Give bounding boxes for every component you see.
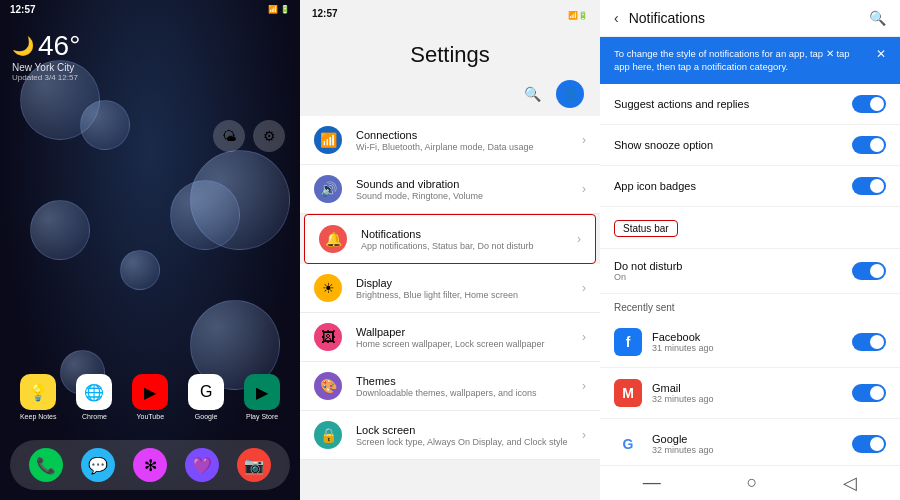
settings-signal-icon: 📶🔋 [568, 11, 588, 20]
settings-item-text: Display Brightness, Blue light filter, H… [356, 277, 568, 300]
settings-status-icons: 📶🔋 [568, 4, 588, 22]
notifications-banner: To change the style of notifications for… [600, 37, 900, 84]
settings-item-text: Wallpaper Home screen wallpaper, Lock sc… [356, 326, 568, 349]
dock-app-icon[interactable]: 💜 [185, 448, 219, 482]
settings-quick-icon[interactable]: ⚙ [253, 120, 285, 152]
bubble-decor [30, 200, 90, 260]
app-notification-row[interactable]: f Facebook 31 minutes ago [600, 317, 900, 368]
settings-item-icon: 🔔 [319, 225, 347, 253]
settings-item[interactable]: 📶 Connections Wi-Fi, Bluetooth, Airplane… [300, 116, 600, 165]
app-notification-row[interactable]: G Google 32 minutes ago [600, 419, 900, 465]
app-toggle[interactable] [852, 435, 886, 453]
app-time: 32 minutes ago [652, 445, 842, 455]
updated-time: Updated 3/4 12:57 [12, 73, 80, 82]
settings-item[interactable]: 🔔 Notifications App notifications, Statu… [304, 214, 596, 264]
settings-item-title: Themes [356, 375, 568, 387]
settings-item-title: Connections [356, 129, 568, 141]
notification-setting-row[interactable]: App icon badges [600, 166, 900, 207]
recently-sent-label: Recently sent [600, 294, 900, 317]
app-icon: 🌐 [76, 374, 112, 410]
home-app-item[interactable]: ▶ YouTube [132, 374, 168, 420]
app-label: Play Store [246, 413, 278, 420]
notif-row-title: Suggest actions and replies [614, 98, 842, 110]
settings-item-chevron: › [582, 133, 586, 147]
settings-item[interactable]: ☀ Display Brightness, Blue light filter,… [300, 264, 600, 313]
settings-item[interactable]: 🖼 Wallpaper Home screen wallpaper, Lock … [300, 313, 600, 362]
notifications-screen: ‹ Notifications 🔍 To change the style of… [600, 0, 900, 500]
settings-item-sub: Downloadable themes, wallpapers, and ico… [356, 388, 568, 398]
settings-search-icon[interactable]: 🔍 [518, 80, 546, 108]
home-dock: 📞💬✻💜📷 [10, 440, 290, 490]
notif-row-title: Do not disturb [614, 260, 842, 272]
app-time: 31 minutes ago [652, 343, 842, 353]
weather-app-icon[interactable]: 🌤 [213, 120, 245, 152]
toggle-switch[interactable] [852, 262, 886, 280]
status-bar-badge[interactable]: Status bar [614, 220, 678, 237]
home-status-bar: 12:57 📶 🔋 [0, 0, 300, 19]
settings-item-icon: 🖼 [314, 323, 342, 351]
app-label: Keep Notes [20, 413, 57, 420]
settings-item-icon: ☀ [314, 274, 342, 302]
app-icon: G [614, 430, 642, 458]
settings-item[interactable]: 🔊 Sounds and vibration Sound mode, Ringt… [300, 165, 600, 214]
settings-item-text: Themes Downloadable themes, wallpapers, … [356, 375, 568, 398]
settings-item-title: Sounds and vibration [356, 178, 568, 190]
app-name: Gmail [652, 382, 842, 394]
settings-item-icon: 🎨 [314, 372, 342, 400]
settings-item[interactable]: 🔒 Lock screen Screen lock type, Always O… [300, 411, 600, 460]
nav-button[interactable]: ◁ [843, 472, 857, 494]
notif-row-label: Do not disturb On [614, 260, 842, 282]
app-icon: f [614, 328, 642, 356]
notifications-title: Notifications [629, 10, 859, 26]
app-notification-row[interactable]: M Gmail 32 minutes ago [600, 368, 900, 419]
app-toggle[interactable] [852, 333, 886, 351]
nav-button[interactable]: — [643, 472, 661, 494]
top-right-icons: 🌤 ⚙ [213, 120, 285, 152]
settings-status-bar: 12:57 📶🔋 [300, 0, 600, 26]
toggle-switch[interactable] [852, 177, 886, 195]
settings-item-sub: App notifications, Status bar, Do not di… [361, 241, 563, 251]
settings-item-sub: Sound mode, Ringtone, Volume [356, 191, 568, 201]
home-app-item[interactable]: ▶ Play Store [244, 374, 280, 420]
temperature: 46° [38, 30, 80, 62]
home-app-item[interactable]: G Google [188, 374, 224, 420]
nav-button[interactable]: ○ [747, 472, 758, 494]
settings-item[interactable]: 🎨 Themes Downloadable themes, wallpapers… [300, 362, 600, 411]
settings-item-title: Notifications [361, 228, 563, 240]
dock-app-icon[interactable]: ✻ [133, 448, 167, 482]
back-button[interactable]: ‹ [614, 10, 619, 26]
settings-item-chevron: › [577, 232, 581, 246]
toggle-switch[interactable] [852, 95, 886, 113]
dock-app-icon[interactable]: 📷 [237, 448, 271, 482]
settings-item-text: Sounds and vibration Sound mode, Rington… [356, 178, 568, 201]
notif-row-title: Show snooze option [614, 139, 842, 151]
app-name: Facebook [652, 331, 842, 343]
notif-row-title: App icon badges [614, 180, 842, 192]
settings-item-text: Lock screen Screen lock type, Always On … [356, 424, 568, 447]
settings-user-icon[interactable]: 👤 [556, 80, 584, 108]
notifications-section: Suggest actions and replies Show snooze … [600, 84, 900, 465]
app-toggle[interactable] [852, 384, 886, 402]
status-bar-label: Status bar [614, 218, 886, 237]
notif-row-label: Suggest actions and replies [614, 98, 842, 110]
notification-setting-row[interactable]: Show snooze option [600, 125, 900, 166]
notifications-banner-close[interactable]: ✕ [876, 47, 886, 61]
home-screen: 12:57 📶 🔋 🌙 46° New York City Updated 3/… [0, 0, 300, 500]
settings-item-sub: Wi-Fi, Bluetooth, Airplane mode, Data us… [356, 142, 568, 152]
settings-item-icon: 🔊 [314, 175, 342, 203]
dock-app-icon[interactable]: 💬 [81, 448, 115, 482]
settings-item-icon: 🔒 [314, 421, 342, 449]
notification-setting-row[interactable]: Do not disturb On [600, 249, 900, 294]
settings-screen: 12:57 📶🔋 Settings 🔍 👤 📶 Connections Wi-F… [300, 0, 600, 500]
home-app-item[interactable]: 🌐 Chrome [76, 374, 112, 420]
bubble-decor [120, 250, 160, 290]
notification-setting-row[interactable]: Status bar [600, 207, 900, 249]
notifications-search-button[interactable]: 🔍 [869, 10, 886, 26]
toggle-switch[interactable] [852, 136, 886, 154]
dock-app-icon[interactable]: 📞 [29, 448, 63, 482]
home-status-icons: 📶 🔋 [268, 5, 290, 14]
notification-setting-row[interactable]: Suggest actions and replies [600, 84, 900, 125]
app-time: 32 minutes ago [652, 394, 842, 404]
home-app-item[interactable]: 💡 Keep Notes [20, 374, 57, 420]
app-label: Chrome [82, 413, 107, 420]
